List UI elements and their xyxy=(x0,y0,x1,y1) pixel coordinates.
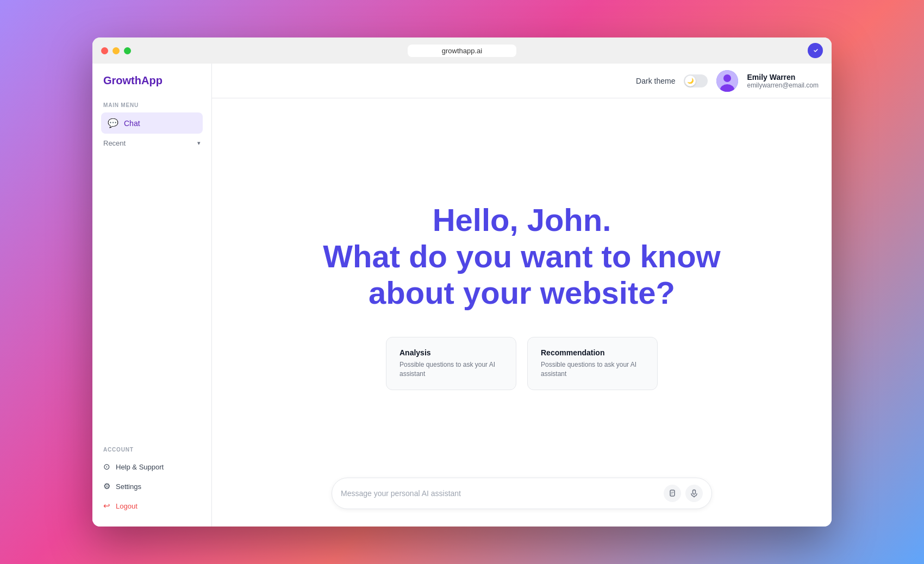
sidebar: GrowthApp MAIN MENU 💬 Chat Recent ▾ ACCO… xyxy=(92,64,212,527)
main-area: Dark theme 🌙 Emily Warren emilywarren@e xyxy=(212,64,832,527)
user-info: Emily Warren emilywarren@email.com xyxy=(747,73,819,89)
toggle-knob: 🌙 xyxy=(685,76,696,86)
svg-point-2 xyxy=(723,74,731,82)
traffic-light-close[interactable] xyxy=(101,47,108,54)
greeting-line1: Hello, John. xyxy=(433,202,611,237)
greeting-heading: Hello, John. What do you want to know ab… xyxy=(323,202,720,311)
user-email: emilywarren@email.com xyxy=(747,82,819,89)
suggestion-card-analysis[interactable]: Analysis Possible questions to ask your … xyxy=(386,337,516,390)
chevron-down-icon: ▾ xyxy=(197,140,201,147)
app-content: GrowthApp MAIN MENU 💬 Chat Recent ▾ ACCO… xyxy=(92,64,832,527)
chat-input-wrapper xyxy=(332,478,712,509)
greeting-line2: What do you want to know xyxy=(323,239,720,274)
main-menu-label: MAIN MENU xyxy=(101,102,203,108)
svg-point-0 xyxy=(812,47,819,54)
sidebar-item-chat[interactable]: 💬 Chat xyxy=(101,112,203,134)
svg-rect-4 xyxy=(670,490,675,496)
traffic-light-maximize[interactable] xyxy=(124,47,131,54)
suggestion-cards: Analysis Possible questions to ask your … xyxy=(386,337,658,390)
suggestion-card-recommendation[interactable]: Recommendation Possible questions to ask… xyxy=(527,337,658,390)
sidebar-item-help[interactable]: ⊙ Help & Support xyxy=(101,457,203,477)
account-label: ACCOUNT xyxy=(101,447,203,453)
logout-icon: ↩ xyxy=(103,501,110,511)
greeting-line3: about your website? xyxy=(369,275,675,310)
chat-icon: 💬 xyxy=(108,118,118,128)
browser-chrome: growthapp.ai xyxy=(92,37,832,64)
sidebar-item-logout-label: Logout xyxy=(116,502,138,510)
card-analysis-title: Analysis xyxy=(399,348,503,357)
moon-icon: 🌙 xyxy=(687,78,694,84)
attachment-icon[interactable] xyxy=(664,485,681,502)
sidebar-item-help-label: Help & Support xyxy=(116,463,164,471)
dark-theme-label: Dark theme xyxy=(636,77,675,85)
help-icon: ⊙ xyxy=(103,462,110,472)
recent-dropdown[interactable]: Recent ▾ xyxy=(101,135,203,152)
svg-rect-5 xyxy=(693,490,696,494)
settings-icon: ⚙ xyxy=(103,481,110,491)
sidebar-item-settings[interactable]: ⚙ Settings xyxy=(101,477,203,496)
card-analysis-subtitle: Possible questions to ask your AI assist… xyxy=(399,360,503,379)
chat-input-container xyxy=(332,478,712,509)
card-recommendation-subtitle: Possible questions to ask your AI assist… xyxy=(541,360,644,379)
main-content: Hello, John. What do you want to know ab… xyxy=(212,98,832,527)
traffic-light-minimize[interactable] xyxy=(113,47,120,54)
avatar xyxy=(716,70,738,92)
address-bar[interactable]: growthapp.ai xyxy=(408,45,516,57)
chat-input[interactable] xyxy=(341,489,659,498)
user-name: Emily Warren xyxy=(747,73,819,82)
recent-label: Recent xyxy=(103,139,126,147)
sidebar-item-logout[interactable]: ↩ Logout xyxy=(101,496,203,516)
sidebar-item-settings-label: Settings xyxy=(116,482,141,491)
browser-extension-icon[interactable] xyxy=(808,43,823,58)
logo: GrowthApp xyxy=(101,74,203,87)
microphone-icon[interactable] xyxy=(685,485,703,502)
card-recommendation-title: Recommendation xyxy=(541,348,644,357)
dark-theme-toggle[interactable]: 🌙 xyxy=(684,74,708,87)
browser-window: growthapp.ai GrowthApp MAIN MENU 💬 Chat xyxy=(92,37,832,527)
sidebar-spacer xyxy=(101,152,203,447)
header: Dark theme 🌙 Emily Warren emilywarren@e xyxy=(212,64,832,98)
sidebar-item-chat-label: Chat xyxy=(124,119,140,128)
